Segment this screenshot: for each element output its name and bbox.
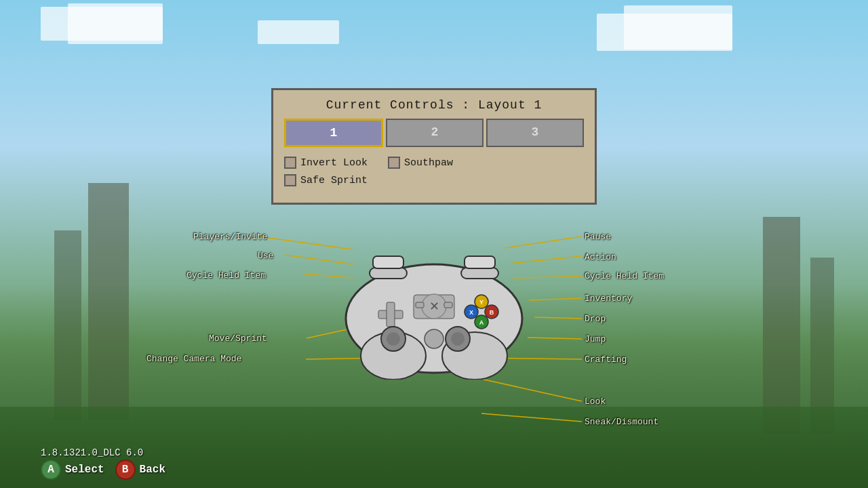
safe-sprint-label: Safe Sprint — [300, 175, 368, 186]
safe-sprint-checkbox[interactable]: Safe Sprint — [284, 174, 368, 186]
label-use: Use — [258, 251, 273, 261]
back-label: Back — [140, 464, 165, 476]
controller-svg: ✕ Y A X B — [332, 230, 536, 380]
cloud-4 — [624, 5, 732, 49]
invert-look-checkbox[interactable]: Invert Look — [284, 157, 368, 169]
svg-rect-21 — [461, 268, 498, 279]
svg-text:X: X — [469, 309, 473, 316]
tab-2[interactable]: 2 — [386, 119, 484, 147]
back-button-indicator: B Back — [115, 460, 165, 480]
safe-sprint-box[interactable] — [284, 174, 296, 186]
tab-1[interactable]: 1 — [284, 119, 383, 147]
svg-rect-32 — [416, 302, 424, 308]
controls-dialog: Current Controls : Layout 1 1 2 3 Invert… — [271, 88, 597, 205]
dialog-title: Current Controls : Layout 1 — [284, 98, 584, 112]
label-cycle-held-right: Cycle Held Item — [585, 271, 664, 281]
svg-rect-25 — [387, 302, 395, 327]
label-move-sprint: Move/Sprint — [209, 333, 267, 344]
svg-rect-31 — [444, 302, 452, 308]
cloud-2 — [68, 3, 163, 44]
svg-text:✕: ✕ — [429, 300, 439, 313]
label-action: Action — [585, 252, 616, 262]
svg-point-30 — [425, 329, 443, 348]
label-change-camera: Change Camera Mode — [146, 354, 241, 364]
b-button-icon: B — [115, 460, 136, 480]
label-cycle-held-left: Cycle Held Item — [186, 270, 266, 281]
cloud-5 — [258, 20, 339, 44]
label-crafting: Crafting — [585, 354, 627, 365]
label-jump: Jump — [585, 334, 606, 344]
svg-rect-23 — [465, 256, 495, 268]
label-sneak-dismount: Sneak/Dismount — [585, 417, 658, 427]
label-drop: Drop — [585, 314, 606, 324]
checkboxes-row-2: Safe Sprint — [284, 174, 584, 186]
label-pause: Pause — [585, 232, 611, 242]
invert-look-box[interactable] — [284, 157, 296, 169]
svg-text:A: A — [479, 319, 484, 326]
invert-look-label: Invert Look — [300, 157, 368, 169]
southpaw-label: Southpaw — [404, 157, 453, 169]
tab-3[interactable]: 3 — [486, 119, 584, 147]
select-button-indicator: A Select — [41, 460, 104, 480]
select-label: Select — [65, 464, 104, 476]
label-players-invite: Players/Invite — [193, 232, 267, 242]
a-button-icon: A — [41, 460, 61, 480]
layout-tabs: 1 2 3 — [284, 119, 584, 147]
checkboxes-row-1: Invert Look Southpaw — [284, 157, 584, 169]
southpaw-box[interactable] — [388, 157, 400, 169]
svg-rect-20 — [370, 268, 407, 279]
svg-point-27 — [387, 332, 400, 346]
bottom-bar: A Select B Back — [41, 460, 165, 480]
southpaw-checkbox[interactable]: Southpaw — [388, 157, 453, 169]
svg-text:B: B — [490, 309, 494, 316]
label-look: Look — [585, 396, 606, 407]
svg-point-29 — [451, 332, 465, 346]
svg-rect-22 — [373, 256, 403, 268]
svg-text:Y: Y — [479, 299, 484, 306]
version-text: 1.8.1321.0_DLC 6.0 — [41, 447, 143, 458]
label-inventory: Inventory — [585, 293, 632, 304]
